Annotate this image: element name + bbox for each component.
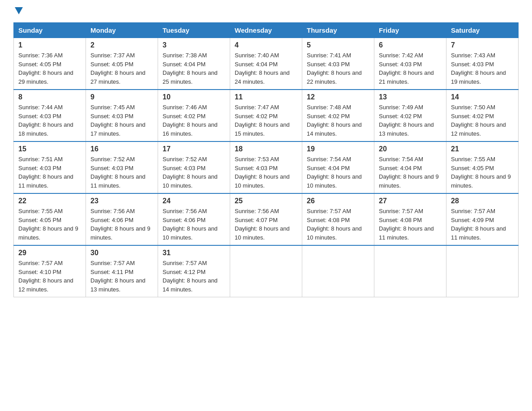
day-number: 24 [163, 197, 225, 205]
day-number: 23 [90, 197, 153, 205]
calendar-cell: 10 Sunrise: 7:46 AMSunset: 4:02 PMDaylig… [158, 90, 230, 141]
day-info: Sunrise: 7:56 AMSunset: 4:07 PMDaylight:… [235, 208, 290, 241]
calendar-cell: 27 Sunrise: 7:57 AMSunset: 4:08 PMDaylig… [374, 193, 446, 245]
day-number: 30 [90, 249, 153, 257]
calendar-cell: 11 Sunrise: 7:47 AMSunset: 4:02 PMDaylig… [230, 90, 302, 141]
calendar-cell: 8 Sunrise: 7:44 AMSunset: 4:03 PMDayligh… [14, 90, 86, 141]
day-number: 11 [235, 93, 297, 101]
logo [13, 9, 23, 14]
day-number: 3 [163, 41, 225, 49]
day-number: 14 [451, 93, 514, 101]
day-number: 19 [307, 145, 369, 153]
calendar-cell: 16 Sunrise: 7:52 AMSunset: 4:03 PMDaylig… [86, 141, 158, 193]
day-info: Sunrise: 7:52 AMSunset: 4:03 PMDaylight:… [90, 156, 146, 189]
calendar-cell [302, 245, 374, 297]
calendar-cell: 26 Sunrise: 7:57 AMSunset: 4:08 PMDaylig… [302, 193, 374, 245]
day-info: Sunrise: 7:57 AMSunset: 4:08 PMDaylight:… [379, 208, 434, 241]
day-number: 25 [235, 197, 297, 205]
calendar-cell: 18 Sunrise: 7:53 AMSunset: 4:03 PMDaylig… [230, 141, 302, 193]
calendar-week-row: 8 Sunrise: 7:44 AMSunset: 4:03 PMDayligh… [14, 90, 519, 141]
day-info: Sunrise: 7:46 AMSunset: 4:02 PMDaylight:… [163, 104, 218, 137]
day-header-monday: Monday [86, 23, 158, 38]
calendar-cell: 13 Sunrise: 7:49 AMSunset: 4:02 PMDaylig… [374, 90, 446, 141]
day-header-wednesday: Wednesday [230, 23, 302, 38]
day-header-thursday: Thursday [302, 23, 374, 38]
day-number: 18 [235, 145, 297, 153]
calendar-cell: 15 Sunrise: 7:51 AMSunset: 4:03 PMDaylig… [14, 141, 86, 193]
day-number: 28 [451, 197, 514, 205]
calendar-cell: 28 Sunrise: 7:57 AMSunset: 4:09 PMDaylig… [446, 193, 519, 245]
day-info: Sunrise: 7:48 AMSunset: 4:02 PMDaylight:… [307, 104, 362, 137]
page-header [13, 9, 519, 14]
day-info: Sunrise: 7:42 AMSunset: 4:03 PMDaylight:… [379, 52, 434, 85]
day-number: 9 [90, 93, 153, 101]
calendar-cell: 2 Sunrise: 7:37 AMSunset: 4:05 PMDayligh… [86, 38, 158, 90]
calendar-cell: 20 Sunrise: 7:54 AMSunset: 4:04 PMDaylig… [374, 141, 446, 193]
calendar-cell [230, 245, 302, 297]
day-info: Sunrise: 7:55 AMSunset: 4:05 PMDaylight:… [451, 156, 511, 189]
svg-marker-0 [15, 7, 23, 14]
calendar-cell: 1 Sunrise: 7:36 AMSunset: 4:05 PMDayligh… [14, 38, 86, 90]
day-info: Sunrise: 7:56 AMSunset: 4:06 PMDaylight:… [163, 208, 218, 241]
day-info: Sunrise: 7:43 AMSunset: 4:03 PMDaylight:… [451, 52, 506, 85]
calendar-cell: 4 Sunrise: 7:40 AMSunset: 4:04 PMDayligh… [230, 38, 302, 90]
day-number: 12 [307, 93, 369, 101]
day-header-sunday: Sunday [14, 23, 86, 38]
calendar-cell [374, 245, 446, 297]
day-number: 31 [163, 249, 225, 257]
calendar-cell: 12 Sunrise: 7:48 AMSunset: 4:02 PMDaylig… [302, 90, 374, 141]
day-info: Sunrise: 7:44 AMSunset: 4:03 PMDaylight:… [18, 104, 73, 137]
day-number: 15 [18, 145, 81, 153]
day-number: 7 [451, 41, 514, 49]
calendar-cell: 14 Sunrise: 7:50 AMSunset: 4:02 PMDaylig… [446, 90, 519, 141]
calendar-week-row: 22 Sunrise: 7:55 AMSunset: 4:05 PMDaylig… [14, 193, 519, 245]
day-info: Sunrise: 7:57 AMSunset: 4:08 PMDaylight:… [307, 208, 362, 241]
day-info: Sunrise: 7:50 AMSunset: 4:02 PMDaylight:… [451, 104, 506, 137]
calendar-cell: 19 Sunrise: 7:54 AMSunset: 4:04 PMDaylig… [302, 141, 374, 193]
day-number: 21 [451, 145, 514, 153]
day-number: 26 [307, 197, 369, 205]
day-number: 5 [307, 41, 369, 49]
day-number: 6 [379, 41, 442, 49]
calendar-cell: 7 Sunrise: 7:43 AMSunset: 4:03 PMDayligh… [446, 38, 519, 90]
day-info: Sunrise: 7:40 AMSunset: 4:04 PMDaylight:… [235, 52, 290, 85]
day-header-friday: Friday [374, 23, 446, 38]
calendar-week-row: 15 Sunrise: 7:51 AMSunset: 4:03 PMDaylig… [14, 141, 519, 193]
calendar-week-row: 29 Sunrise: 7:57 AMSunset: 4:10 PMDaylig… [14, 245, 519, 297]
day-number: 16 [90, 145, 153, 153]
day-info: Sunrise: 7:45 AMSunset: 4:03 PMDaylight:… [90, 104, 146, 137]
day-number: 4 [235, 41, 297, 49]
calendar-table: SundayMondayTuesdayWednesdayThursdayFrid… [13, 22, 519, 297]
calendar-week-row: 1 Sunrise: 7:36 AMSunset: 4:05 PMDayligh… [14, 38, 519, 90]
day-info: Sunrise: 7:47 AMSunset: 4:02 PMDaylight:… [235, 104, 290, 137]
calendar-cell: 22 Sunrise: 7:55 AMSunset: 4:05 PMDaylig… [14, 193, 86, 245]
calendar-cell: 17 Sunrise: 7:52 AMSunset: 4:03 PMDaylig… [158, 141, 230, 193]
day-info: Sunrise: 7:53 AMSunset: 4:03 PMDaylight:… [235, 156, 290, 189]
day-info: Sunrise: 7:38 AMSunset: 4:04 PMDaylight:… [163, 52, 218, 85]
day-number: 29 [18, 249, 81, 257]
calendar-cell: 21 Sunrise: 7:55 AMSunset: 4:05 PMDaylig… [446, 141, 519, 193]
calendar-cell: 31 Sunrise: 7:57 AMSunset: 4:12 PMDaylig… [158, 245, 230, 297]
calendar-cell: 23 Sunrise: 7:56 AMSunset: 4:06 PMDaylig… [86, 193, 158, 245]
day-number: 10 [163, 93, 225, 101]
day-number: 13 [379, 93, 442, 101]
day-info: Sunrise: 7:57 AMSunset: 4:11 PMDaylight:… [90, 260, 146, 293]
calendar-cell: 25 Sunrise: 7:56 AMSunset: 4:07 PMDaylig… [230, 193, 302, 245]
day-number: 8 [18, 93, 81, 101]
calendar-cell: 24 Sunrise: 7:56 AMSunset: 4:06 PMDaylig… [158, 193, 230, 245]
calendar-cell: 5 Sunrise: 7:41 AMSunset: 4:03 PMDayligh… [302, 38, 374, 90]
day-number: 20 [379, 145, 442, 153]
day-number: 2 [90, 41, 153, 49]
calendar-cell [446, 245, 519, 297]
day-info: Sunrise: 7:57 AMSunset: 4:09 PMDaylight:… [451, 208, 506, 241]
day-info: Sunrise: 7:54 AMSunset: 4:04 PMDaylight:… [307, 156, 362, 189]
day-number: 1 [18, 41, 81, 49]
day-info: Sunrise: 7:54 AMSunset: 4:04 PMDaylight:… [379, 156, 439, 189]
day-info: Sunrise: 7:49 AMSunset: 4:02 PMDaylight:… [379, 104, 434, 137]
calendar-header-row: SundayMondayTuesdayWednesdayThursdayFrid… [14, 23, 519, 38]
day-info: Sunrise: 7:57 AMSunset: 4:12 PMDaylight:… [163, 260, 218, 293]
day-number: 22 [18, 197, 81, 205]
day-info: Sunrise: 7:51 AMSunset: 4:03 PMDaylight:… [18, 156, 73, 189]
day-info: Sunrise: 7:41 AMSunset: 4:03 PMDaylight:… [307, 52, 362, 85]
day-info: Sunrise: 7:57 AMSunset: 4:10 PMDaylight:… [18, 260, 73, 293]
